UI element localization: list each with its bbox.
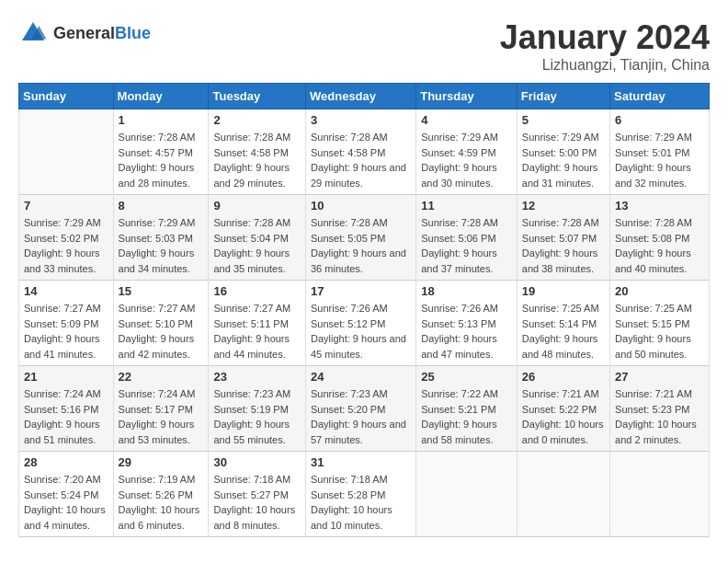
day-info: Sunrise: 7:19 AMSunset: 5:26 PMDaylight:… — [119, 472, 204, 533]
header-row: SundayMondayTuesdayWednesdayThursdayFrid… — [19, 84, 710, 109]
calendar-cell: 8Sunrise: 7:29 AMSunset: 5:03 PMDaylight… — [113, 195, 209, 281]
header-cell-friday: Friday — [517, 84, 609, 109]
header-cell-sunday: Sunday — [19, 84, 114, 109]
day-info: Sunrise: 7:22 AMSunset: 5:21 PMDaylight:… — [421, 386, 512, 447]
week-row-4: 21Sunrise: 7:24 AMSunset: 5:16 PMDayligh… — [19, 366, 710, 452]
day-info: Sunrise: 7:27 AMSunset: 5:11 PMDaylight:… — [213, 301, 301, 362]
day-number: 31 — [311, 455, 411, 469]
day-number: 12 — [522, 199, 605, 213]
day-info: Sunrise: 7:28 AMSunset: 5:04 PMDaylight:… — [213, 215, 301, 276]
day-number: 9 — [213, 199, 301, 213]
day-number: 7 — [24, 199, 108, 213]
calendar-cell: 1Sunrise: 7:28 AMSunset: 4:57 PMDaylight… — [113, 109, 209, 195]
calendar-cell: 17Sunrise: 7:26 AMSunset: 5:12 PMDayligh… — [306, 281, 416, 366]
day-info: Sunrise: 7:27 AMSunset: 5:09 PMDaylight:… — [24, 301, 108, 362]
calendar-cell: 24Sunrise: 7:23 AMSunset: 5:20 PMDayligh… — [306, 366, 416, 452]
day-number: 26 — [522, 370, 605, 384]
day-number: 21 — [24, 370, 108, 384]
day-info: Sunrise: 7:28 AMSunset: 5:07 PMDaylight:… — [522, 215, 605, 276]
calendar-cell: 31Sunrise: 7:18 AMSunset: 5:28 PMDayligh… — [306, 452, 416, 537]
day-info: Sunrise: 7:24 AMSunset: 5:17 PMDaylight:… — [119, 386, 204, 447]
day-info: Sunrise: 7:18 AMSunset: 5:27 PMDaylight:… — [213, 472, 301, 533]
day-info: Sunrise: 7:29 AMSunset: 4:59 PMDaylight:… — [421, 130, 512, 190]
calendar-cell: 18Sunrise: 7:26 AMSunset: 5:13 PMDayligh… — [416, 281, 518, 366]
calendar-body: 1Sunrise: 7:28 AMSunset: 4:57 PMDaylight… — [19, 109, 710, 537]
logo-general: General — [53, 24, 115, 42]
day-info: Sunrise: 7:27 AMSunset: 5:10 PMDaylight:… — [119, 301, 204, 362]
calendar-cell — [610, 452, 710, 537]
calendar-cell — [517, 452, 609, 537]
calendar-cell: 12Sunrise: 7:28 AMSunset: 5:07 PMDayligh… — [517, 195, 609, 281]
day-info: Sunrise: 7:24 AMSunset: 5:16 PMDaylight:… — [24, 386, 108, 447]
page-header: GeneralBlue January 2024 Lizhuangzi, Tia… — [18, 18, 710, 74]
day-info: Sunrise: 7:26 AMSunset: 5:12 PMDaylight:… — [311, 301, 411, 362]
logo-text: GeneralBlue — [53, 24, 151, 43]
calendar-cell: 9Sunrise: 7:28 AMSunset: 5:04 PMDaylight… — [209, 195, 306, 281]
header-cell-saturday: Saturday — [610, 84, 710, 109]
day-info: Sunrise: 7:18 AMSunset: 5:28 PMDaylight:… — [311, 472, 411, 533]
logo-blue: Blue — [115, 24, 151, 42]
day-number: 22 — [119, 370, 204, 384]
day-info: Sunrise: 7:29 AMSunset: 5:01 PMDaylight:… — [615, 130, 704, 190]
header-cell-monday: Monday — [113, 84, 209, 109]
calendar-cell: 5Sunrise: 7:29 AMSunset: 5:00 PMDaylight… — [517, 109, 609, 195]
header-cell-thursday: Thursday — [416, 84, 518, 109]
calendar-cell: 21Sunrise: 7:24 AMSunset: 5:16 PMDayligh… — [19, 366, 114, 452]
calendar-cell: 26Sunrise: 7:21 AMSunset: 5:22 PMDayligh… — [517, 366, 609, 452]
day-number: 24 — [311, 370, 411, 384]
day-number: 13 — [615, 199, 704, 213]
calendar-cell: 30Sunrise: 7:18 AMSunset: 5:27 PMDayligh… — [209, 452, 306, 537]
day-info: Sunrise: 7:29 AMSunset: 5:03 PMDaylight:… — [119, 215, 204, 276]
day-info: Sunrise: 7:25 AMSunset: 5:14 PMDaylight:… — [522, 301, 605, 362]
day-number: 19 — [522, 284, 605, 298]
day-number: 14 — [24, 284, 108, 298]
calendar-cell: 29Sunrise: 7:19 AMSunset: 5:26 PMDayligh… — [113, 452, 209, 537]
day-info: Sunrise: 7:29 AMSunset: 5:00 PMDaylight:… — [522, 130, 605, 190]
day-info: Sunrise: 7:28 AMSunset: 4:57 PMDaylight:… — [119, 130, 204, 190]
day-number: 20 — [615, 284, 704, 298]
day-number: 15 — [119, 284, 204, 298]
day-info: Sunrise: 7:28 AMSunset: 5:08 PMDaylight:… — [615, 215, 704, 276]
day-info: Sunrise: 7:20 AMSunset: 5:24 PMDaylight:… — [24, 472, 108, 533]
calendar-cell: 19Sunrise: 7:25 AMSunset: 5:14 PMDayligh… — [517, 281, 609, 366]
logo-icon — [18, 18, 48, 48]
calendar-cell: 28Sunrise: 7:20 AMSunset: 5:24 PMDayligh… — [19, 452, 114, 537]
calendar-cell: 22Sunrise: 7:24 AMSunset: 5:17 PMDayligh… — [113, 366, 209, 452]
day-info: Sunrise: 7:28 AMSunset: 5:06 PMDaylight:… — [421, 215, 512, 276]
calendar-cell: 11Sunrise: 7:28 AMSunset: 5:06 PMDayligh… — [416, 195, 518, 281]
day-number: 4 — [421, 113, 512, 127]
calendar-cell: 4Sunrise: 7:29 AMSunset: 4:59 PMDaylight… — [416, 109, 518, 195]
day-number: 29 — [119, 455, 204, 469]
day-number: 8 — [119, 199, 204, 213]
calendar-cell: 25Sunrise: 7:22 AMSunset: 5:21 PMDayligh… — [416, 366, 518, 452]
day-info: Sunrise: 7:25 AMSunset: 5:15 PMDaylight:… — [615, 301, 704, 362]
week-row-3: 14Sunrise: 7:27 AMSunset: 5:09 PMDayligh… — [19, 281, 710, 366]
day-number: 30 — [213, 455, 301, 469]
week-row-2: 7Sunrise: 7:29 AMSunset: 5:02 PMDaylight… — [19, 195, 710, 281]
header-cell-tuesday: Tuesday — [209, 84, 306, 109]
day-number: 6 — [615, 113, 704, 127]
calendar-cell: 15Sunrise: 7:27 AMSunset: 5:10 PMDayligh… — [113, 281, 209, 366]
day-number: 25 — [421, 370, 512, 384]
day-info: Sunrise: 7:21 AMSunset: 5:23 PMDaylight:… — [615, 386, 704, 447]
calendar-cell: 16Sunrise: 7:27 AMSunset: 5:11 PMDayligh… — [209, 281, 306, 366]
page-subtitle: Lizhuangzi, Tianjin, China — [500, 57, 710, 74]
calendar-cell: 3Sunrise: 7:28 AMSunset: 4:58 PMDaylight… — [306, 109, 416, 195]
calendar-cell: 27Sunrise: 7:21 AMSunset: 5:23 PMDayligh… — [610, 366, 710, 452]
day-info: Sunrise: 7:26 AMSunset: 5:13 PMDaylight:… — [421, 301, 512, 362]
day-number: 11 — [421, 199, 512, 213]
day-number: 16 — [213, 284, 301, 298]
week-row-5: 28Sunrise: 7:20 AMSunset: 5:24 PMDayligh… — [19, 452, 710, 537]
week-row-1: 1Sunrise: 7:28 AMSunset: 4:57 PMDaylight… — [19, 109, 710, 195]
calendar-cell: 14Sunrise: 7:27 AMSunset: 5:09 PMDayligh… — [19, 281, 114, 366]
day-number: 3 — [311, 113, 411, 127]
day-info: Sunrise: 7:28 AMSunset: 5:05 PMDaylight:… — [311, 215, 411, 276]
day-info: Sunrise: 7:23 AMSunset: 5:20 PMDaylight:… — [311, 386, 411, 447]
title-block: January 2024 Lizhuangzi, Tianjin, China — [500, 18, 710, 74]
day-number: 17 — [311, 284, 411, 298]
day-number: 5 — [522, 113, 605, 127]
calendar-cell: 7Sunrise: 7:29 AMSunset: 5:02 PMDaylight… — [19, 195, 114, 281]
calendar-cell: 10Sunrise: 7:28 AMSunset: 5:05 PMDayligh… — [306, 195, 416, 281]
calendar-cell: 2Sunrise: 7:28 AMSunset: 4:58 PMDaylight… — [209, 109, 306, 195]
calendar-cell — [19, 109, 114, 195]
